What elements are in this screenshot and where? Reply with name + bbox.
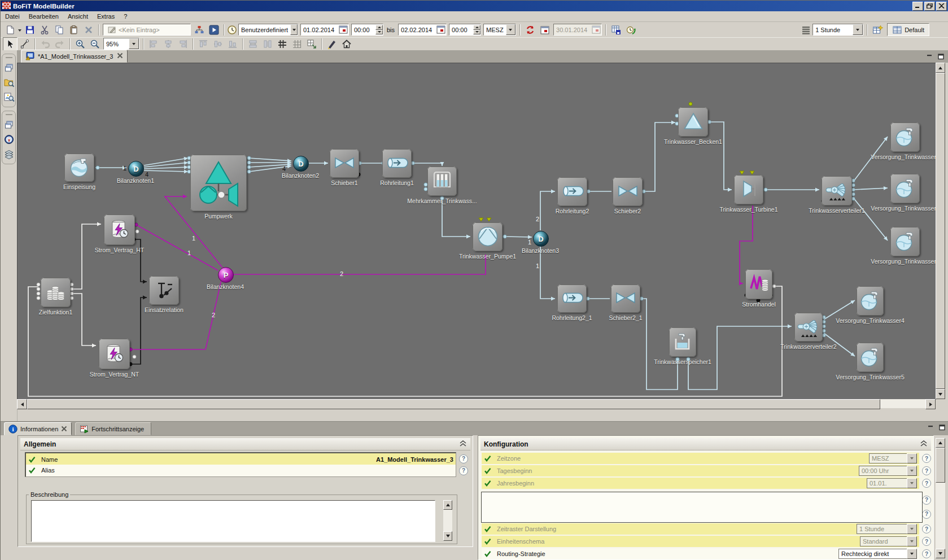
- scroll-left-icon[interactable]: [17, 399, 27, 409]
- scroll-up-icon[interactable]: [936, 63, 945, 73]
- pane-maximize-button[interactable]: [937, 423, 947, 432]
- diagram-node-stromhandel[interactable]: [745, 269, 772, 299]
- layers-button[interactable]: [2, 147, 16, 161]
- play-button[interactable]: [207, 23, 221, 37]
- mode-select[interactable]: Benutzerdefiniert: [238, 24, 298, 36]
- help-icon[interactable]: ?: [922, 537, 931, 546]
- help-icon[interactable]: ?: [922, 549, 931, 558]
- cut-button[interactable]: [37, 23, 52, 37]
- menu-item-bearbeiten[interactable]: Bearbeiten: [24, 12, 63, 20]
- diagram-node-bilanzknoten3[interactable]: D: [533, 231, 549, 247]
- diagram-node-schieber2[interactable]: [613, 177, 643, 206]
- align-bottom-button[interactable]: [225, 37, 240, 51]
- diagram-node-pumpe1[interactable]: [473, 222, 503, 251]
- help-icon[interactable]: ?: [922, 496, 931, 505]
- help-icon[interactable]: ?: [922, 524, 931, 533]
- diagram-node-verteiler2[interactable]: [794, 313, 823, 342]
- format-button[interactable]: [325, 37, 339, 51]
- delete-button[interactable]: [81, 23, 96, 37]
- diagram-node-strom_vertrag_ht[interactable]: [104, 215, 135, 245]
- diagram-node-speicher1[interactable]: [669, 327, 696, 357]
- diagram-node-rohrleitung1[interactable]: [382, 149, 412, 178]
- diagram-node-zielfunktion1[interactable]: [41, 278, 71, 307]
- table-star-button[interactable]: [870, 23, 885, 37]
- zoom-select[interactable]: 95%: [103, 38, 139, 50]
- diagram-node-strom_vertrag_nt[interactable]: [99, 339, 130, 369]
- snap-grid-button[interactable]: [290, 37, 304, 51]
- time-to-input[interactable]: 00:00: [449, 24, 481, 36]
- scrollbar-thumb[interactable]: [936, 73, 945, 389]
- diagram-node-bilanzknoten1[interactable]: D: [128, 161, 144, 177]
- window-close-button[interactable]: [936, 2, 947, 11]
- routingstrategie-select[interactable]: Rechteckig direkt: [838, 549, 917, 559]
- diagram-node-einsatzrelation[interactable]: [149, 276, 179, 305]
- connector-button[interactable]: [18, 37, 32, 51]
- diagram-node-versorgung2[interactable]: [890, 174, 920, 203]
- diagram-node-versorgung5[interactable]: [857, 343, 884, 372]
- canvas-horizontal-scrollbar[interactable]: [17, 399, 936, 408]
- diagram-node-versorgung4[interactable]: [857, 286, 884, 316]
- clock-green-button[interactable]: [623, 23, 638, 37]
- collapse-icon[interactable]: [920, 440, 928, 448]
- diagram-node-schieber1[interactable]: [330, 149, 359, 178]
- align-right-button[interactable]: [176, 37, 190, 51]
- date-from-input[interactable]: 01.02.2014: [300, 24, 349, 36]
- spin-up-icon[interactable]: [375, 25, 383, 30]
- scroll-up-icon[interactable]: [936, 438, 945, 448]
- collapse-icon[interactable]: [459, 440, 467, 448]
- help-icon[interactable]: ?: [459, 466, 468, 475]
- help-icon[interactable]: ?: [922, 454, 931, 463]
- date-to-input[interactable]: 02.02.2014: [398, 24, 447, 36]
- align-top-button[interactable]: [196, 37, 211, 51]
- calendar-red-button[interactable]: [538, 23, 552, 37]
- menu-item-ansicht[interactable]: Ansicht: [63, 12, 93, 20]
- chevron-down-icon[interactable]: [907, 549, 917, 559]
- chevron-down-icon[interactable]: [853, 24, 863, 35]
- menu-item-extras[interactable]: Extras: [93, 12, 119, 20]
- diagram-node-turbine1[interactable]: [734, 175, 763, 204]
- diagram-node-verteiler1[interactable]: [822, 176, 852, 205]
- diagram-node-mehrkammer[interactable]: [427, 167, 457, 196]
- spin-up-icon[interactable]: [473, 25, 480, 30]
- spin-down-icon[interactable]: [473, 30, 480, 35]
- zoom-out-button[interactable]: [88, 37, 102, 51]
- cascade-button[interactable]: [2, 60, 16, 75]
- time-spinner[interactable]: [473, 25, 480, 34]
- same-height-button[interactable]: [260, 37, 275, 51]
- scroll-down-icon[interactable]: [936, 389, 945, 399]
- home-button[interactable]: [339, 37, 354, 51]
- scrollbar-thumb[interactable]: [27, 399, 880, 409]
- model-canvas[interactable]: EinspeisungDBilanzknoten1PumpwerkDBilanz…: [17, 63, 936, 400]
- org-chart-button[interactable]: [192, 23, 207, 37]
- window-minimize-button[interactable]: [912, 2, 923, 11]
- menu-item-datei[interactable]: Datei: [1, 12, 24, 20]
- beschreibung-input[interactable]: [31, 500, 435, 542]
- diagram-node-rohrleitung2_1[interactable]: [557, 285, 587, 313]
- chevron-down-icon[interactable]: [290, 24, 298, 35]
- editor-tab[interactable]: *A1_Modell_Trinkwasser_3: [21, 50, 128, 63]
- canvas-vertical-scrollbar[interactable]: [936, 63, 945, 399]
- same-width-button[interactable]: [246, 37, 260, 51]
- new-document-button[interactable]: [3, 23, 18, 37]
- help-icon[interactable]: ?: [922, 466, 931, 475]
- image-search-button[interactable]: [2, 90, 16, 104]
- time-spinner[interactable]: [375, 25, 383, 34]
- align-middle-button[interactable]: [211, 37, 225, 51]
- konfiguration-scrollbar[interactable]: [936, 438, 945, 558]
- diagram-node-becken1[interactable]: [678, 107, 708, 137]
- page-grid-button[interactable]: [304, 37, 319, 51]
- pane-minimize-button[interactable]: [925, 53, 934, 61]
- undo-button[interactable]: [38, 37, 53, 51]
- compass-button[interactable]: [2, 132, 16, 147]
- cursor-button[interactable]: [3, 37, 18, 51]
- diagram-node-einspeisung[interactable]: [64, 154, 94, 182]
- time-from-input[interactable]: 00:00: [351, 24, 383, 36]
- help-icon[interactable]: ?: [459, 454, 468, 463]
- redo-button[interactable]: [53, 37, 67, 51]
- paste-button[interactable]: [67, 23, 81, 37]
- diagram-node-pumpwerk[interactable]: [190, 155, 247, 211]
- spin-down-icon[interactable]: [375, 30, 383, 35]
- save-button[interactable]: [23, 23, 37, 37]
- align-center-button[interactable]: [161, 37, 176, 51]
- diagram-node-schieber2_1[interactable]: [611, 285, 640, 313]
